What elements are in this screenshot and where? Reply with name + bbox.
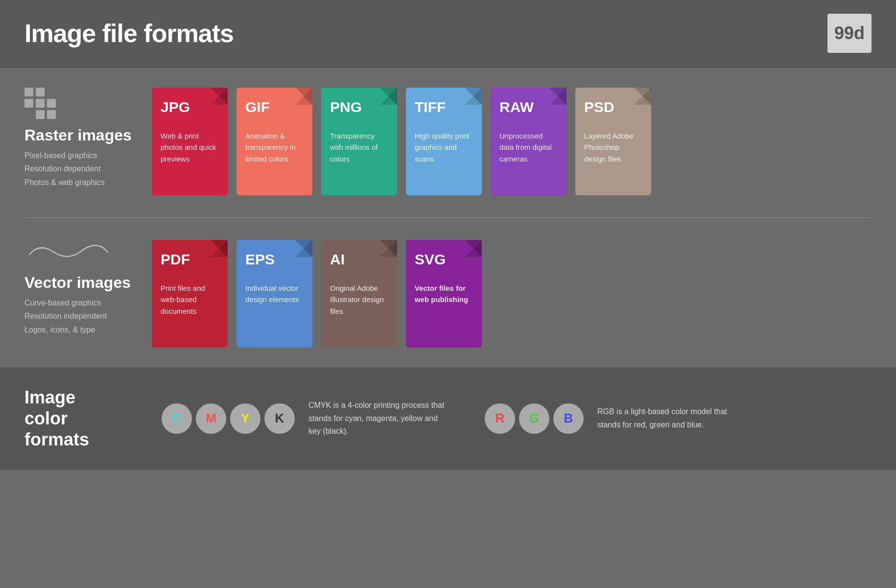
card-description: Print files and web-based documents xyxy=(161,282,219,317)
card-description: Transparency with millions of colors xyxy=(330,130,388,165)
cmyk-circles: C M Y K xyxy=(162,403,295,434)
format-label: PDF xyxy=(161,251,219,268)
card-pdf: PDF Print files and web-based documents xyxy=(152,240,228,348)
vector-desc: Curve-based graphicsResolution independe… xyxy=(24,296,137,336)
card-description: Web & print photos and quick previews xyxy=(161,130,219,165)
raster-category: Raster images xyxy=(24,127,137,144)
circle-g: G xyxy=(519,403,549,434)
card-description: Layered Adobe Photoshop design files xyxy=(584,130,642,165)
page-title: Image file formats xyxy=(24,19,234,48)
card-description: Original Adobe Illustrator design files xyxy=(330,282,388,317)
circle-b: B xyxy=(553,403,584,434)
circle-y: Y xyxy=(230,403,260,434)
raster-section: Raster images Pixel-based graphicsResolu… xyxy=(24,88,872,195)
raster-icon xyxy=(24,88,137,119)
vector-category: Vector images xyxy=(24,274,137,291)
format-label: TIFF xyxy=(415,99,473,116)
card-eps: EPS Individual vector design elements xyxy=(236,240,312,348)
card-description: Vector files for web publishing xyxy=(415,282,473,306)
color-section-title: Image color formats xyxy=(24,387,122,450)
circle-r: R xyxy=(485,403,515,434)
main-content: Raster images Pixel-based graphicsResolu… xyxy=(0,68,896,367)
format-label: EPS xyxy=(245,251,304,268)
color-formats-section: Image color formats C M Y K CMYK is a 4-… xyxy=(0,367,896,470)
vector-section: Vector images Curve-based graphicsResolu… xyxy=(24,240,872,348)
header: Image file formats 99d xyxy=(0,0,896,68)
rgb-desc: RGB is a light-based color model that st… xyxy=(597,405,734,431)
format-label: RAW xyxy=(499,99,558,116)
card-tiff: TIFF High quality print graphics and sca… xyxy=(406,88,482,195)
format-label: JPG xyxy=(161,99,219,116)
card-gif: GIF Animation & transparency in limited … xyxy=(236,88,312,195)
circle-m: M xyxy=(196,403,226,434)
format-label: SVG xyxy=(415,251,473,268)
format-label: GIF xyxy=(245,99,304,116)
raster-cards: JPG Web & print photos and quick preview… xyxy=(152,88,872,195)
section-divider xyxy=(24,217,872,218)
format-label: PSD xyxy=(584,99,642,116)
cmyk-desc: CMYK is a 4-color printing process that … xyxy=(308,399,446,438)
card-description: Individual vector design elements xyxy=(245,282,304,306)
vector-info: Vector images Curve-based graphicsResolu… xyxy=(24,240,137,336)
rgb-circles: R G B xyxy=(485,403,584,434)
card-ai: AI Original Adobe Illustrator design fil… xyxy=(321,240,397,348)
card-psd: PSD Layered Adobe Photoshop design files xyxy=(575,88,651,195)
circle-k: K xyxy=(264,403,295,434)
card-description: Animation & transparency in limited colo… xyxy=(245,130,304,165)
vector-cards: PDF Print files and web-based documents … xyxy=(152,240,872,348)
logo: 99d xyxy=(827,14,872,53)
card-raw: RAW Unprocessed data from digital camera… xyxy=(491,88,566,195)
format-label: PNG xyxy=(330,99,388,116)
cmyk-block: C M Y K CMYK is a 4-color printing proce… xyxy=(162,399,446,438)
vector-icon xyxy=(24,240,113,264)
card-png: PNG Transparency with millions of colors xyxy=(321,88,397,195)
card-jpg: JPG Web & print photos and quick preview… xyxy=(152,88,228,195)
circle-c: C xyxy=(162,403,192,434)
raster-info: Raster images Pixel-based graphicsResolu… xyxy=(24,88,137,189)
card-svg: SVG Vector files for web publishing xyxy=(406,240,482,348)
card-description: High quality print graphics and scans xyxy=(415,130,473,165)
card-description: Unprocessed data from digital cameras xyxy=(499,130,558,165)
raster-desc: Pixel-based graphicsResolution dependent… xyxy=(24,149,137,189)
format-label: AI xyxy=(330,251,388,268)
rgb-block: R G B RGB is a light-based color model t… xyxy=(485,403,734,434)
